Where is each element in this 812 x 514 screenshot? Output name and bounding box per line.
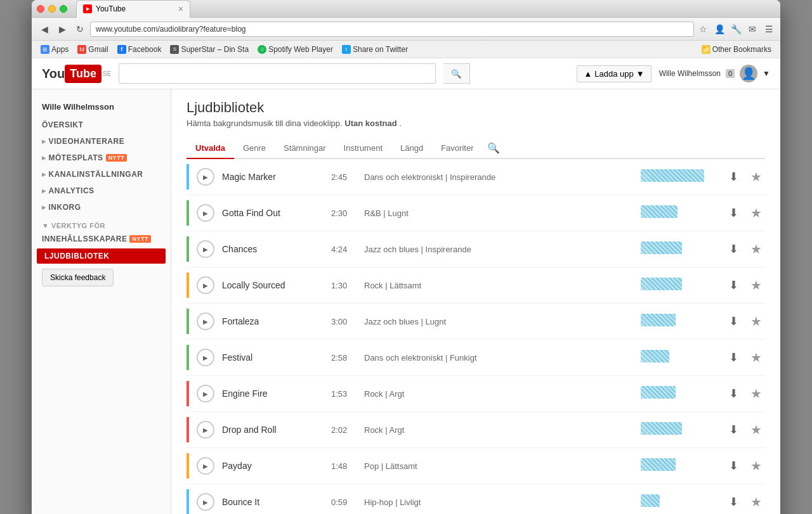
tab-favoriter[interactable]: Favoriter <box>432 138 482 159</box>
favorite-button[interactable]: ★ <box>747 385 765 402</box>
play-button[interactable]: ▶ <box>197 457 214 475</box>
favorite-button[interactable]: ★ <box>747 204 765 222</box>
tab-close-button[interactable]: × <box>178 4 183 14</box>
address-bar[interactable]: www.youtube.com/audiolibrary?feature=blo… <box>90 22 694 37</box>
download-button[interactable]: ⬇ <box>724 204 742 222</box>
bookmark-other[interactable]: 📁 Other Bookmarks <box>698 44 775 55</box>
upload-button[interactable]: ▲ Ladda upp ▼ <box>577 65 651 82</box>
nav-bar: ◀ ▶ ↻ www.youtube.com/audiolibrary?featu… <box>32 18 780 41</box>
play-button[interactable]: ▶ <box>197 168 214 186</box>
browser-tab[interactable]: YouTube × <box>76 0 190 18</box>
download-button[interactable]: ⬇ <box>724 276 742 294</box>
track-color-bar <box>187 417 189 442</box>
track-waveform[interactable] <box>641 458 717 473</box>
menu-icon[interactable]: ☰ <box>763 23 775 35</box>
minimize-button[interactable] <box>48 5 56 13</box>
track-actions: ⬇ ★ <box>724 276 765 294</box>
download-button[interactable]: ⬇ <box>724 457 742 475</box>
sidebar-item-motesplats[interactable]: ▶ Mötesplats NYTT <box>32 150 171 166</box>
play-button[interactable]: ▶ <box>197 312 214 330</box>
play-button[interactable]: ▶ <box>197 276 214 294</box>
download-button[interactable]: ⬇ <box>724 385 742 402</box>
search-input[interactable] <box>119 63 436 84</box>
track-genre: Dans och elektroniskt | Inspirerande <box>364 172 633 182</box>
user-name: Wille Wilhelmsson <box>659 69 721 78</box>
download-button[interactable]: ⬇ <box>724 168 742 186</box>
tab-instrument[interactable]: Instrument <box>335 138 391 159</box>
sidebar-item-videohanterare[interactable]: ▶ Videohanterare <box>32 133 171 150</box>
track-waveform[interactable] <box>641 422 717 437</box>
bookmark-twitter[interactable]: t Share on Twitter <box>338 44 412 55</box>
forward-button[interactable]: ▶ <box>55 22 70 37</box>
download-button[interactable]: ⬇ <box>724 240 742 258</box>
download-button[interactable]: ⬇ <box>724 421 742 439</box>
play-button[interactable]: ▶ <box>197 204 214 222</box>
favorite-button[interactable]: ★ <box>747 349 765 366</box>
tab-search-icon[interactable]: 🔍 <box>485 139 502 157</box>
download-button[interactable]: ⬇ <box>724 312 742 330</box>
bookmarks-bar: ⊞ Apps M Gmail f Facebook S SuperStar – … <box>32 41 780 58</box>
sidebar-innehall-label: Innehållsskapare <box>42 235 127 243</box>
play-button[interactable]: ▶ <box>197 240 214 258</box>
yt-logo[interactable]: You Tube SE <box>42 65 111 83</box>
favorite-button[interactable]: ★ <box>747 240 765 258</box>
favorite-button[interactable]: ★ <box>747 457 765 475</box>
close-button[interactable] <box>37 5 44 13</box>
play-button[interactable]: ▶ <box>197 349 214 366</box>
search-button[interactable]: 🔍 <box>443 63 470 84</box>
sidebar-ljudbibliotek-label: Ljudbibliotek <box>44 252 110 260</box>
tab-langd[interactable]: Längd <box>391 138 432 159</box>
track-waveform[interactable] <box>641 241 717 257</box>
tab-utvalda[interactable]: Utvalda <box>187 138 234 159</box>
yt-logo-tube: Tube <box>65 65 102 83</box>
bookmark-superstar[interactable]: S SuperStar – Din Sta <box>166 44 252 55</box>
superstar-icon: S <box>170 45 179 54</box>
sidebar-item-inkorg[interactable]: ▶ Inkorg <box>32 199 171 215</box>
download-button[interactable]: ⬇ <box>724 349 742 366</box>
bookmark-icon[interactable]: ☆ <box>697 23 709 35</box>
favorite-button[interactable]: ★ <box>747 312 765 330</box>
tab-stamningar[interactable]: Stämningar <box>275 138 334 159</box>
download-button[interactable]: ⬇ <box>724 493 742 511</box>
bookmark-gmail[interactable]: M Gmail <box>74 44 112 55</box>
reload-button[interactable]: ↻ <box>72 22 88 37</box>
back-button[interactable]: ◀ <box>37 22 52 37</box>
track-waveform[interactable] <box>641 169 717 184</box>
bookmark-apps[interactable]: ⊞ Apps <box>37 44 72 55</box>
sidebar-analytics-label: Analytics <box>49 186 95 195</box>
track-waveform[interactable] <box>641 494 717 510</box>
twitter-icon: t <box>342 45 351 54</box>
maximize-button[interactable] <box>60 5 67 13</box>
track-waveform[interactable] <box>641 205 717 221</box>
track-waveform[interactable] <box>641 386 717 401</box>
favorite-button[interactable]: ★ <box>747 168 765 186</box>
favorite-button[interactable]: ★ <box>747 276 765 294</box>
track-row: ▶ Engine Fire 1:53 Rock | Argt ⬇ ★ <box>187 376 765 412</box>
tab-genre[interactable]: Genre <box>234 138 275 159</box>
play-button[interactable]: ▶ <box>197 421 214 439</box>
bookmark-spotify[interactable]: ♫ Spotify Web Player <box>254 44 337 55</box>
play-button[interactable]: ▶ <box>197 385 214 402</box>
favorite-button[interactable]: ★ <box>747 421 765 439</box>
feedback-button[interactable]: Skicka feedback <box>42 269 114 286</box>
play-button[interactable]: ▶ <box>197 493 214 511</box>
track-list: ▶ Magic Marker 2:45 Dans och elektronisk… <box>187 159 765 514</box>
sidebar-item-oversikt[interactable]: Översikt <box>32 117 171 133</box>
user-icon[interactable]: 👤 <box>713 23 726 35</box>
track-waveform[interactable] <box>641 350 717 365</box>
sidebar-item-analytics[interactable]: ▶ Analytics <box>32 183 171 199</box>
email-icon[interactable]: ✉ <box>746 23 759 35</box>
extensions-icon[interactable]: 🔧 <box>730 23 742 35</box>
bookmark-facebook[interactable]: f Facebook <box>114 44 166 55</box>
bookmark-apps-label: Apps <box>51 45 69 54</box>
avatar[interactable]: 👤 <box>740 65 757 82</box>
favorite-button[interactable]: ★ <box>747 493 765 511</box>
track-waveform[interactable] <box>641 314 717 329</box>
user-dropdown-icon[interactable]: ▼ <box>763 69 770 78</box>
track-waveform[interactable] <box>641 278 717 293</box>
sidebar-item-innehallsskapare[interactable]: Innehållsskapare NYTT <box>32 233 171 247</box>
sidebar-verktyg-label: ▼ Verktyg för <box>42 222 105 229</box>
sidebar-item-kanalinstallningar[interactable]: ▶ Kanalinställningar <box>32 166 171 183</box>
sidebar-item-ljudbibliotek[interactable]: Ljudbibliotek <box>37 248 166 264</box>
track-duration: 1:53 <box>331 389 357 399</box>
